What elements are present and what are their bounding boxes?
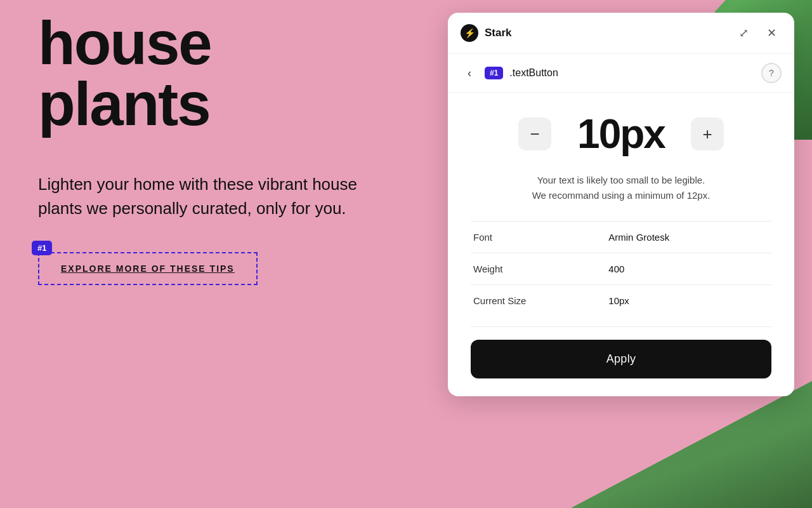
size-control: − 10px +: [471, 110, 771, 157]
prop-label: Current Size: [471, 285, 606, 317]
subtitle-text: Lighten your home with these vibrant hou…: [38, 173, 368, 220]
warning-line2: We recommand using a minimum of 12px.: [532, 190, 710, 201]
help-button[interactable]: ?: [761, 63, 782, 83]
warning-line1: Your text is likely too small to be legi…: [537, 175, 705, 185]
left-content: house plants Lighten your home with thes…: [0, 0, 431, 508]
panel-nav: ‹ #1 .textButton ?: [448, 54, 794, 93]
expand-button[interactable]: ⤢: [733, 23, 754, 43]
panel-header: ⚡ Stark ⤢ ✕: [448, 13, 794, 54]
stark-panel: ⚡ Stark ⤢ ✕ ‹ #1 .textButton ? − 10px + …: [448, 13, 794, 396]
panel-body: − 10px + Your text is likely too small t…: [448, 93, 794, 316]
warning-message: Your text is likely too small to be legi…: [471, 173, 771, 203]
properties-table: FontArmin GroteskWeight400Current Size10…: [471, 221, 771, 316]
prop-value: 400: [606, 253, 771, 285]
apply-section: Apply: [448, 327, 794, 396]
prop-label: Weight: [471, 253, 606, 285]
cta-button[interactable]: EXPLORE MORE OF THESE TIPS: [38, 252, 258, 285]
issue-badge: #1: [32, 241, 52, 255]
prop-value: 10px: [606, 285, 771, 317]
panel-header-right: ⤢ ✕: [733, 23, 782, 43]
panel-header-left: ⚡ Stark: [461, 24, 512, 42]
page-title: house plants: [38, 13, 393, 135]
decrease-size-button[interactable]: −: [518, 117, 551, 150]
increase-size-button[interactable]: +: [691, 117, 724, 150]
nav-selector-label: .textButton: [509, 67, 558, 79]
table-row: Weight400: [471, 253, 771, 285]
table-row: Current Size10px: [471, 285, 771, 317]
size-display: 10px: [564, 110, 678, 157]
panel-app-name: Stark: [485, 27, 512, 39]
stark-logo: ⚡: [461, 24, 478, 42]
table-row: FontArmin Grotesk: [471, 222, 771, 253]
prop-label: Font: [471, 222, 606, 253]
apply-button[interactable]: Apply: [471, 340, 771, 378]
close-button[interactable]: ✕: [761, 23, 782, 43]
back-button[interactable]: ‹: [461, 64, 478, 82]
panel-nav-left: ‹ #1 .textButton: [461, 64, 558, 82]
cta-container: #1 EXPLORE MORE OF THESE TIPS: [38, 252, 393, 285]
nav-issue-badge: #1: [485, 67, 503, 79]
prop-value: Armin Grotesk: [606, 222, 771, 253]
